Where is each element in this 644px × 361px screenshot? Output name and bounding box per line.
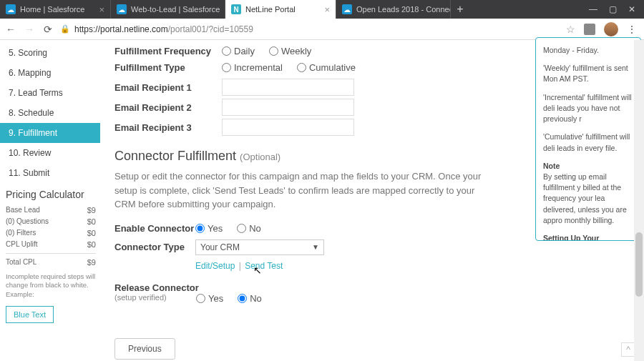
email-recipient-2-input[interactable]	[222, 99, 354, 116]
tab-label: NetLine Portal	[245, 5, 296, 14]
release-no-option[interactable]: No	[238, 293, 262, 304]
close-icon[interactable]: ×	[94, 4, 104, 15]
help-setup-head: Setting Up Your Connector	[543, 234, 599, 241]
pricing-row: Base Lead$9	[6, 204, 96, 216]
tab-label: Open Leads 2018 - Connector T…	[356, 5, 451, 14]
url-path: /portal001/?cid=10559	[168, 24, 253, 34]
pricing-row: (0) Filters$0	[6, 227, 96, 239]
pricing-note: Incomplete required steps will change fr…	[6, 272, 96, 299]
close-window-icon[interactable]: ✕	[628, 4, 635, 14]
email-recipient-1-label: Email Recipient 1	[114, 82, 222, 93]
extension-icon[interactable]	[584, 24, 595, 35]
pricing-row: CPL Uplift$0	[6, 239, 96, 250]
connector-type-select[interactable]: Your CRM ▼	[195, 239, 324, 255]
pricing-calculator: Pricing Calculator Base Lead$9 (0) Quest…	[0, 183, 100, 323]
release-connector-label: Release Connector	[114, 282, 222, 293]
help-text: Monday - Friday.	[543, 45, 636, 56]
release-yes-option[interactable]: Yes	[196, 293, 223, 304]
close-icon[interactable]: ×	[320, 4, 330, 15]
sidebar-step-lead-terms[interactable]: 7. Lead Terms	[0, 83, 100, 103]
sidebar-step-submit[interactable]: 11. Submit	[0, 163, 100, 183]
chevron-down-icon: ▼	[312, 243, 319, 251]
pricing-total: Total CPL$9	[6, 257, 96, 268]
browser-tab[interactable]: ☁ Open Leads 2018 - Connector T… ×	[336, 0, 451, 19]
scrollbar[interactable]	[634, 40, 644, 361]
sidebar-step-scoring[interactable]: 5. Scoring	[0, 43, 100, 63]
scrollbar-thumb[interactable]	[635, 232, 643, 297]
tab-label: Web-to-Lead | Salesforce	[131, 5, 220, 14]
close-icon[interactable]: ×	[220, 4, 225, 15]
help-panel: Monday - Friday. 'Weekly' fulfillment is…	[535, 37, 641, 241]
help-text: 'Cumulative' fulfillment will deli leads…	[543, 132, 636, 153]
minimize-icon[interactable]: —	[589, 4, 597, 14]
enable-yes-option[interactable]: Yes	[195, 223, 223, 234]
help-text: 'Weekly' fulfillment is sent Mon AM PST.	[543, 63, 636, 84]
avatar[interactable]	[604, 22, 618, 36]
salesforce-icon: ☁	[6, 4, 16, 14]
connector-description: Setup or edit the connector for this cam…	[114, 169, 487, 212]
lock-icon: 🔒	[60, 24, 70, 34]
fulfillment-type-label: Fulfillment Type	[114, 62, 222, 73]
email-recipient-3-input[interactable]	[222, 119, 354, 136]
enable-connector-label: Enable Connector	[114, 223, 195, 234]
email-recipient-1-input[interactable]	[222, 79, 354, 96]
main-form: Fulfillment Frequency Daily Weekly Fulfi…	[100, 40, 644, 361]
sidebar-step-review[interactable]: 10. Review	[0, 143, 100, 163]
pricing-title: Pricing Calculator	[6, 189, 96, 200]
link-separator: |	[239, 261, 241, 271]
help-note-head: Note	[543, 162, 560, 170]
frequency-daily-option[interactable]: Daily	[222, 46, 255, 56]
window-controls: — ▢ ✕	[580, 0, 644, 19]
connector-type-label: Connector Type	[114, 242, 195, 252]
scroll-to-top-button[interactable]: ^	[621, 342, 635, 357]
previous-button[interactable]: Previous	[114, 338, 175, 360]
url-host: https://portal.netline.com	[74, 24, 168, 34]
email-recipient-3-label: Email Recipient 3	[114, 122, 222, 133]
help-text: 'Incremental' fulfillment will deli lead…	[543, 92, 636, 125]
maximize-icon[interactable]: ▢	[609, 4, 617, 14]
url-input[interactable]: 🔒 https://portal.netline.com/portal001/?…	[60, 24, 560, 34]
sidebar-step-mapping[interactable]: 6. Mapping	[0, 63, 100, 83]
edit-setup-link[interactable]: Edit/Setup	[195, 261, 235, 271]
browser-tab-active[interactable]: N NetLine Portal ×	[225, 0, 336, 19]
salesforce-icon: ☁	[117, 4, 127, 14]
netline-icon: N	[231, 4, 241, 14]
connector-type-value: Your CRM	[200, 242, 240, 252]
fulfillment-frequency-label: Fulfillment Frequency	[114, 46, 222, 56]
send-test-link[interactable]: Send Test	[245, 261, 283, 271]
pricing-row: (0) Questions$0	[6, 216, 96, 227]
bookmark-icon[interactable]: ☆	[566, 24, 575, 35]
type-incremental-option[interactable]: Incremental	[222, 62, 283, 73]
step-sidebar: 5. Scoring 6. Mapping 7. Lead Terms 8. S…	[0, 40, 100, 361]
email-recipient-2-label: Email Recipient 2	[114, 102, 222, 113]
tab-label: Home | Salesforce	[20, 5, 84, 14]
frequency-weekly-option[interactable]: Weekly	[269, 46, 311, 56]
menu-icon[interactable]: ⋮	[627, 24, 637, 35]
help-note-body: By setting up email fulfillment y billed…	[543, 172, 627, 224]
sidebar-step-schedule[interactable]: 8. Schedule	[0, 103, 100, 123]
browser-tab-bar: ☁ Home | Salesforce × ☁ Web-to-Lead | Sa…	[0, 0, 644, 19]
new-tab-button[interactable]: +	[451, 0, 469, 19]
type-cumulative-option[interactable]: Cumulative	[297, 62, 356, 73]
salesforce-icon: ☁	[342, 4, 352, 14]
forward-button[interactable]: →	[23, 23, 36, 36]
browser-tab[interactable]: ☁ Web-to-Lead | Salesforce ×	[111, 0, 225, 19]
sidebar-step-fulfillment[interactable]: 9. Fulfillment	[0, 123, 100, 143]
enable-no-option[interactable]: No	[237, 223, 261, 234]
blue-text-button[interactable]: Blue Text	[6, 306, 54, 323]
browser-tab[interactable]: ☁ Home | Salesforce ×	[0, 0, 111, 19]
reload-button[interactable]: ⟳	[42, 23, 54, 36]
back-button[interactable]: ←	[4, 23, 17, 36]
